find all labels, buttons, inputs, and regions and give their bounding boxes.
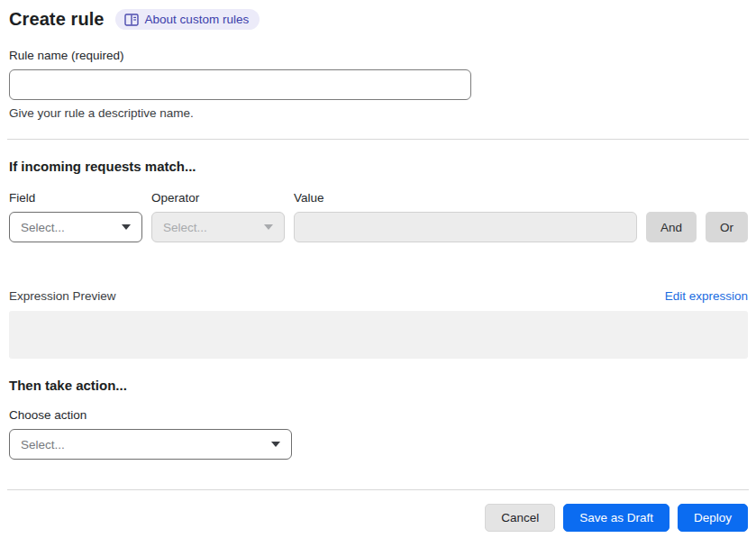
value-column: Value (294, 191, 637, 242)
create-rule-form: Create rule About custom rules Rule name… (0, 0, 756, 532)
chevron-down-icon (271, 442, 280, 447)
header: Create rule About custom rules (9, 9, 748, 30)
about-custom-rules-link[interactable]: About custom rules (115, 9, 260, 30)
save-as-draft-button[interactable]: Save as Draft (563, 504, 669, 532)
operator-label: Operator (151, 191, 285, 205)
operator-column: Operator Select... (151, 191, 285, 242)
and-button[interactable]: And (646, 212, 697, 242)
footer-actions: Cancel Save as Draft Deploy (9, 504, 748, 532)
rule-name-label: Rule name (required) (9, 49, 748, 62)
choose-action-placeholder: Select... (21, 438, 65, 451)
value-label: Value (294, 191, 637, 205)
divider-top (7, 139, 749, 140)
field-label: Field (9, 191, 142, 205)
match-section-heading: If incoming requests match... (9, 159, 748, 174)
deploy-button[interactable]: Deploy (678, 504, 748, 532)
field-column: Field Select... (9, 191, 142, 242)
rule-name-helper: Give your rule a descriptive name. (9, 106, 748, 120)
operator-select: Select... (151, 212, 285, 242)
page-title: Create rule (9, 9, 105, 30)
about-custom-rules-label: About custom rules (145, 13, 250, 26)
or-button[interactable]: Or (706, 212, 748, 242)
expression-preview-row: Expression Preview Edit expression (9, 289, 748, 303)
choose-action-select[interactable]: Select... (9, 429, 292, 460)
action-section-heading: Then take action... (9, 378, 748, 393)
choose-action-label: Choose action (9, 408, 748, 422)
chevron-down-icon (122, 224, 131, 230)
field-select[interactable]: Select... (9, 212, 142, 242)
cancel-button[interactable]: Cancel (485, 504, 555, 532)
edit-expression-link[interactable]: Edit expression (665, 289, 748, 303)
field-select-placeholder: Select... (21, 221, 65, 234)
expression-preview-label: Expression Preview (9, 289, 116, 303)
rule-name-input[interactable] (9, 69, 471, 100)
value-input (294, 212, 637, 242)
chevron-down-icon (264, 224, 273, 230)
match-row: Field Select... Operator Select... Value… (9, 191, 748, 242)
expression-preview-box (9, 311, 748, 359)
divider-bottom (7, 489, 749, 490)
operator-select-placeholder: Select... (163, 221, 207, 234)
rule-name-group: Rule name (required) Give your rule a de… (9, 49, 748, 120)
book-icon (124, 14, 139, 26)
